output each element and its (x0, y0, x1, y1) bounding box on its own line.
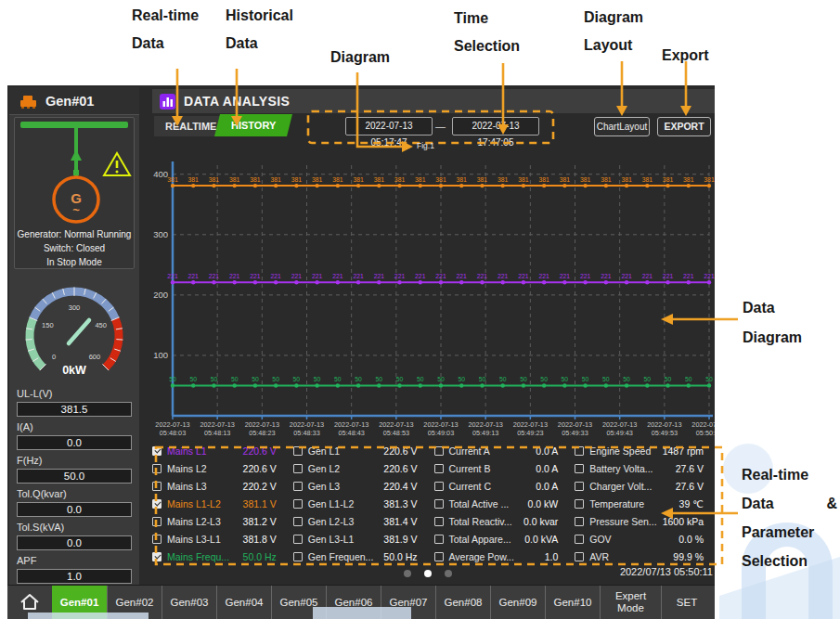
nav-tab-expert-mode[interactable]: Expert Mode (600, 586, 661, 619)
date-to-input[interactable]: 2022-07-13 17:47:05 (452, 117, 539, 135)
param-checkbox[interactable] (575, 464, 584, 473)
param-checkbox[interactable] (575, 499, 584, 509)
param-checkbox[interactable] (575, 446, 584, 456)
nav-tab-gen-03[interactable]: Gen#03 (162, 586, 216, 619)
svg-text:381: 381 (250, 176, 261, 183)
param-checkbox[interactable] (434, 535, 444, 544)
nav-tab-gen-07[interactable]: Gen#07 (381, 586, 435, 619)
chart-layout-button[interactable]: ChartLayout (594, 117, 650, 136)
param-checkbox[interactable] (293, 499, 303, 509)
param-checkbox[interactable] (152, 464, 162, 473)
svg-text:381: 381 (332, 176, 343, 183)
sidebar-field: I(A)0.0 (17, 421, 132, 450)
param-toggle[interactable]: Mains Frequ...50.0 Hz (145, 548, 286, 566)
param-toggle[interactable]: Current B0.0 A (427, 459, 568, 477)
param-checkbox[interactable] (152, 482, 162, 491)
param-toggle[interactable]: Total Reactiv...0.0 kvar (427, 513, 568, 531)
param-toggle[interactable]: Mains L1-L2381.1 V (145, 495, 286, 512)
param-toggle[interactable]: Mains L2220.6 V (145, 459, 286, 477)
param-toggle[interactable]: AVR99.9 % (567, 548, 713, 566)
page-dot[interactable] (424, 570, 432, 577)
param-checkbox[interactable] (293, 517, 303, 526)
param-checkbox[interactable] (293, 446, 303, 456)
param-checkbox[interactable] (434, 482, 444, 491)
param-toggle[interactable]: Battery Volta...27.6 V (567, 459, 713, 477)
param-value: 381.8 V (243, 534, 277, 545)
param-checkbox[interactable] (434, 517, 444, 526)
nav-tab-set[interactable]: SET (661, 586, 712, 619)
param-toggle[interactable]: Gen L2220.6 V (286, 459, 427, 477)
page-header: DATA ANALYSIS (152, 89, 715, 113)
param-toggle[interactable]: Total Appare...0.0 kVA (427, 531, 568, 548)
param-checkbox[interactable] (152, 517, 162, 526)
date-from-input[interactable]: 2022-07-13 05:17:47 (345, 117, 433, 135)
nav-tab-gen-08[interactable]: Gen#08 (435, 586, 490, 619)
param-checkbox[interactable] (434, 552, 444, 561)
nav-tab-gen-10[interactable]: Gen#10 (545, 586, 600, 619)
nav-tab-gen-02[interactable]: Gen#02 (107, 586, 162, 619)
param-toggle[interactable]: Current C0.0 A (427, 477, 568, 495)
svg-text:381: 381 (394, 176, 406, 183)
svg-text:221: 221 (560, 273, 571, 279)
param-checkbox[interactable] (434, 446, 444, 456)
param-toggle[interactable]: Mains L3220.2 V (145, 477, 286, 495)
param-toggle[interactable]: Engine Speed1487 rpm (567, 442, 713, 459)
svg-text:221: 221 (250, 273, 261, 279)
home-icon (18, 591, 42, 613)
svg-text:50: 50 (355, 376, 362, 382)
param-toggle[interactable]: Current A0.0 A (427, 442, 568, 459)
param-label: Temperature (589, 498, 644, 509)
param-checkbox[interactable] (152, 499, 162, 509)
nav-tab-gen-01[interactable]: Gen#01 (52, 586, 107, 619)
history-tab[interactable]: HISTORY (214, 114, 292, 136)
export-button[interactable]: EXPORT (657, 117, 711, 136)
param-toggle[interactable]: Gen L3-L1381.9 V (286, 531, 427, 548)
param-checkbox[interactable] (575, 535, 584, 544)
svg-text:221: 221 (353, 273, 364, 279)
param-checkbox[interactable] (434, 464, 444, 473)
param-checkbox[interactable] (293, 535, 303, 544)
param-toggle[interactable]: Total Active ...0.0 kW (427, 495, 568, 512)
param-toggle[interactable]: Gen Frequen...50.0 Hz (286, 548, 427, 566)
param-checkbox[interactable] (575, 552, 584, 561)
svg-text:221: 221 (415, 273, 426, 279)
param-toggle[interactable]: Average Pow...1.0 (427, 548, 568, 566)
param-toggle[interactable]: Gen L2-L3381.4 V (286, 513, 427, 531)
param-toggle[interactable]: Gen L1220.6 V (286, 442, 427, 459)
annotation-realtime-param: Real-time Data & Parameter Selection (742, 460, 837, 575)
param-toggle[interactable]: Mains L1220.6 V (145, 442, 286, 459)
home-button[interactable] (7, 586, 52, 619)
svg-text:221: 221 (312, 273, 323, 279)
param-toggle[interactable]: Pressure Sen...1600 kPa (567, 513, 713, 531)
param-checkbox[interactable] (293, 552, 303, 561)
param-checkbox[interactable] (152, 552, 162, 561)
param-toggle[interactable]: Temperature39 ℃ (567, 495, 713, 512)
page-dot[interactable] (404, 570, 411, 577)
bottom-nav: Gen#01Gen#02Gen#03Gen#04Gen#05Gen#06Gen#… (7, 585, 715, 619)
param-toggle[interactable]: Charger Volt...27.6 V (567, 477, 713, 495)
param-checkbox[interactable] (152, 535, 162, 544)
svg-text:50: 50 (458, 376, 465, 382)
param-checkbox[interactable] (434, 499, 444, 509)
svg-text:381: 381 (291, 176, 303, 183)
svg-text:221: 221 (621, 273, 632, 279)
param-checkbox[interactable] (575, 482, 584, 491)
param-checkbox[interactable] (575, 517, 584, 526)
param-checkbox[interactable] (293, 464, 303, 473)
page-dot[interactable] (445, 570, 452, 577)
nav-tab-gen-04[interactable]: Gen#04 (216, 586, 271, 619)
param-toggle[interactable]: Gen L3220.4 V (286, 477, 427, 495)
param-label: Total Active ... (449, 498, 510, 509)
param-value: 1600 kPa (663, 516, 704, 527)
param-checkbox[interactable] (293, 482, 303, 491)
param-toggle[interactable]: Mains L2-L3381.2 V (145, 513, 286, 531)
svg-text:221: 221 (188, 273, 200, 279)
param-toggle[interactable]: Mains L3-L1381.8 V (145, 531, 286, 548)
param-checkbox[interactable] (152, 446, 162, 456)
param-toggle[interactable]: Gen L1-L2381.3 V (286, 495, 427, 512)
nav-tab-gen-05[interactable]: Gen#05 (271, 586, 326, 619)
nav-tab-gen-06[interactable]: Gen#06 (326, 586, 381, 619)
nav-tab-gen-09[interactable]: Gen#09 (490, 586, 545, 619)
param-toggle[interactable]: GOV0.0 % (567, 531, 713, 548)
status-line: Generator: Normal Running (15, 227, 134, 241)
